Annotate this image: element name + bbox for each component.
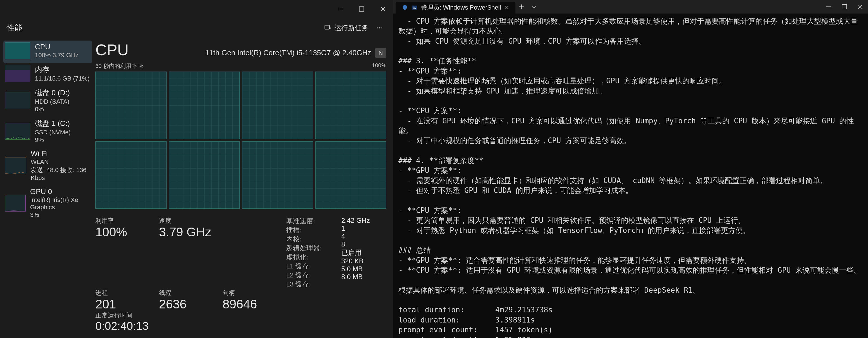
util-label: 利用率	[95, 217, 154, 225]
uptime-label: 正常运行时间	[95, 311, 282, 320]
sidebar-item-sub2: 9%	[35, 136, 71, 144]
cpu-thumb	[5, 42, 30, 59]
sidebar-item-sub: 100% 3.79 GHz	[35, 52, 79, 59]
more-menu-button[interactable]	[373, 22, 386, 33]
tab-title: 管理员: Windows PowerShell	[421, 3, 501, 12]
thread-label: 线程	[159, 289, 218, 297]
detail-title: CPU	[95, 40, 129, 59]
svg-rect-1	[359, 7, 364, 11]
sidebar-item-sub: HDD (SATA)	[35, 98, 70, 105]
sidebar-item-label: Wi-Fi	[31, 149, 90, 158]
proc-label: 进程	[95, 289, 154, 297]
wifi-thumb	[5, 157, 26, 174]
maximize-button[interactable]	[354, 3, 369, 15]
proc-value: 201	[95, 297, 154, 311]
core-chart	[95, 141, 166, 209]
chart-legend-right: 100%	[372, 62, 386, 70]
cpu-detail-panel: CPU 11th Gen Intel(R) Core(TM) i5-1135G7…	[95, 38, 393, 338]
l2-value: 5.0 MB	[341, 265, 386, 273]
plus-icon	[518, 3, 526, 11]
page-title: 性能	[7, 23, 23, 33]
cpu-model: 11th Gen Intel(R) Core(TM) i5-1135G7 @ 2…	[205, 49, 371, 57]
close-button[interactable]	[375, 3, 391, 15]
sidebar-item-wifi[interactable]: Wi-Fi WLAN 发送: 48.0 接收: 136 Kbps	[3, 148, 92, 186]
terminal-close-button[interactable]	[852, 0, 868, 13]
core-chart	[315, 141, 386, 209]
handle-value: 89646	[222, 297, 282, 311]
sidebar-item-disk-0[interactable]: 磁盘 0 (D:) HDD (SATA) 0%	[3, 86, 92, 117]
disk0-thumb	[5, 92, 30, 109]
gpu-thumb	[5, 195, 26, 212]
l3-value: 8.0 MB	[341, 273, 386, 281]
virt-label: 虚拟化:	[286, 253, 308, 262]
core-chart	[169, 72, 240, 139]
lp-label: 逻辑处理器:	[286, 244, 322, 253]
sockets-value: 1	[341, 224, 386, 232]
core-chart	[315, 72, 386, 139]
l1-label: L1 缓存:	[286, 262, 311, 271]
terminal-minimize-button[interactable]	[821, 0, 836, 13]
sidebar-item-disk-1[interactable]: 磁盘 1 (C:) SSD (NVMe) 9%	[3, 117, 92, 148]
uptime-value: 0:02:40:13	[95, 320, 282, 332]
sidebar-item-sub2: 0%	[35, 106, 70, 113]
tab-close-icon[interactable]: ✕	[504, 4, 509, 11]
speed-value: 3.79 GHz	[159, 225, 218, 239]
sidebar-item-sub: SSD (NVMe)	[35, 129, 71, 136]
shield-icon	[402, 4, 408, 11]
svg-point-8	[381, 27, 382, 28]
sidebar-item-label: 磁盘 0 (D:)	[35, 88, 70, 98]
cores-value: 4	[341, 232, 386, 240]
base-speed-value: 2.42 GHz	[341, 217, 386, 224]
handle-label: 句柄	[222, 289, 282, 297]
terminal-tabbar: 管理员: Windows PowerShell ✕	[393, 0, 868, 13]
cpu-stats-grid: 利用率 100% 速度 3.79 GHz 基准速度: 插槽: 内核: 逻辑处理器…	[95, 217, 386, 332]
l1-value: 320 KB	[341, 257, 386, 265]
util-value: 100%	[95, 225, 154, 239]
terminal-content[interactable]: - CPU 方案依赖于计算机处理器的性能和核数。虽然对于大多数应用场景足够使用，…	[393, 13, 868, 338]
cpu-core-chart-grid	[95, 72, 386, 209]
svg-rect-4	[325, 25, 330, 29]
svg-rect-13	[842, 4, 847, 9]
l2-label: L2 缓存:	[286, 271, 311, 280]
core-chart	[242, 141, 313, 209]
core-chart	[95, 72, 166, 139]
window-titlebar	[0, 0, 393, 18]
svg-point-7	[379, 27, 380, 28]
run-task-icon	[324, 24, 332, 32]
ellipsis-icon	[376, 24, 383, 32]
minimize-button[interactable]	[332, 3, 348, 15]
virt-value: 已启用	[341, 248, 386, 257]
chart-legend-left: 60 秒内的利用率 %	[95, 62, 144, 70]
sidebar-item-sub: 11.1/15.6 GB (71%)	[35, 75, 90, 82]
lp-value: 8	[341, 240, 386, 248]
windows-terminal-window: 管理员: Windows PowerShell ✕ - CPU 方案依赖于计算机…	[393, 0, 868, 338]
resource-sidebar: CPU 100% 3.79 GHz 内存 11.1/15.6 GB (71%) …	[0, 38, 95, 338]
run-new-task-label: 运行新任务	[335, 23, 368, 32]
disk1-thumb	[5, 123, 30, 140]
tab-powershell[interactable]: 管理员: Windows PowerShell ✕	[396, 2, 516, 13]
powershell-icon	[411, 4, 417, 11]
thread-value: 2636	[159, 297, 218, 311]
base-speed-label: 基准速度:	[286, 217, 315, 226]
memory-thumb	[5, 65, 30, 82]
sidebar-item-label: 磁盘 1 (C:)	[35, 119, 71, 129]
sidebar-item-sub2: 发送: 48.0 接收: 136 Kbps	[31, 166, 90, 182]
run-new-task-button[interactable]: 运行新任务	[319, 21, 373, 35]
sidebar-item-sub2: 3%	[30, 211, 90, 219]
terminal-maximize-button[interactable]	[836, 0, 852, 13]
sockets-label: 插槽:	[286, 226, 302, 235]
sidebar-item-sub: WLAN	[31, 158, 90, 166]
sidebar-item-memory[interactable]: 内存 11.1/15.6 GB (71%)	[3, 63, 92, 86]
new-tab-button[interactable]	[516, 0, 528, 13]
toolbar: 性能 运行新任务	[0, 18, 393, 38]
sidebar-item-label: CPU	[35, 43, 79, 51]
l3-label: L3 缓存:	[286, 280, 311, 289]
core-chart	[169, 141, 240, 209]
sidebar-item-gpu-0[interactable]: GPU 0 Intel(R) Iris(R) Xe Graphics 3%	[3, 186, 92, 223]
tab-dropdown-button[interactable]	[528, 0, 540, 13]
sidebar-item-sub: Intel(R) Iris(R) Xe Graphics	[30, 196, 90, 211]
sidebar-item-label: 内存	[35, 65, 90, 75]
cores-label: 内核:	[286, 235, 302, 244]
sidebar-item-cpu[interactable]: CPU 100% 3.79 GHz	[3, 40, 92, 63]
chip-badge: N	[375, 48, 386, 58]
